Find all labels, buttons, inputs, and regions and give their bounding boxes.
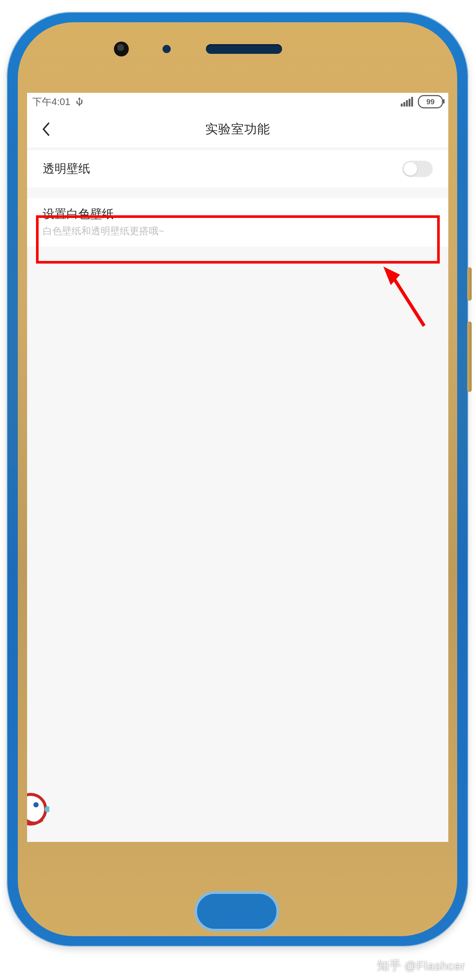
watermark: 知乎 @Flashcer: [377, 958, 465, 974]
signal-icon: [401, 97, 413, 107]
svg-point-8: [33, 802, 38, 807]
transparent-wallpaper-switch[interactable]: [402, 161, 433, 177]
svg-line-5: [391, 275, 424, 326]
svg-rect-3: [408, 99, 410, 107]
page-title: 实验室功能: [27, 121, 448, 138]
watermark-site: 知乎: [377, 958, 402, 974]
power-button: [467, 267, 472, 301]
setting-row-transparent-wallpaper[interactable]: 透明壁纸: [27, 150, 448, 188]
svg-rect-2: [406, 100, 408, 107]
svg-rect-0: [401, 103, 403, 107]
battery-indicator: 99: [418, 95, 443, 108]
earpiece-speaker: [206, 44, 282, 54]
proximity-sensor: [162, 45, 171, 53]
section-gap: [27, 188, 448, 198]
title-bar: 实验室功能: [27, 111, 448, 148]
mascot-icon: [27, 791, 49, 828]
home-button[interactable]: [194, 891, 279, 931]
annotation-arrow-icon: [380, 267, 424, 318]
svg-rect-4: [411, 97, 413, 107]
front-camera: [114, 41, 129, 56]
watermark-handle: @Flashcer: [405, 959, 465, 973]
usb-icon: [76, 97, 83, 107]
phone-screen: 下午4:01 99: [27, 93, 448, 842]
transparent-wallpaper-label: 透明壁纸: [43, 161, 90, 177]
battery-level: 99: [426, 98, 435, 106]
volume-button: [467, 321, 472, 392]
svg-rect-1: [404, 102, 405, 107]
svg-point-7: [27, 794, 46, 824]
annotation-highlight-box: [36, 215, 440, 264]
status-time: 下午4:01: [32, 95, 70, 108]
back-button[interactable]: [41, 122, 50, 137]
status-bar: 下午4:01 99: [27, 93, 448, 111]
